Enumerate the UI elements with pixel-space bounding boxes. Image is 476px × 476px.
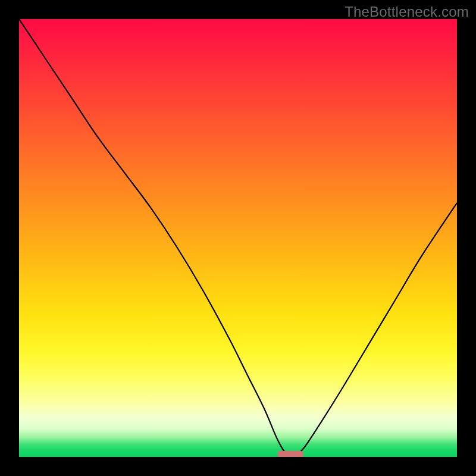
optimal-marker	[277, 451, 303, 457]
chart-canvas: TheBottleneck.com	[0, 0, 476, 476]
chart-svg	[19, 19, 457, 457]
plot-area	[19, 19, 457, 457]
bottleneck-curve	[19, 19, 457, 455]
attribution-text: TheBottleneck.com	[345, 4, 469, 20]
